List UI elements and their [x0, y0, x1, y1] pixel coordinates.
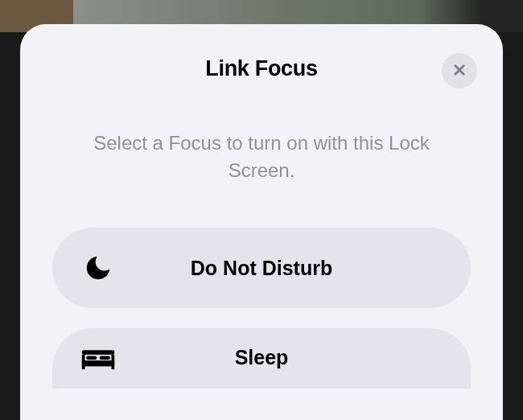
focus-option-label: Do Not Disturb — [116, 257, 443, 280]
svg-rect-7 — [100, 356, 110, 360]
sheet-header: Link Focus — [52, 56, 471, 81]
close-button[interactable] — [442, 53, 477, 89]
bed-icon — [80, 343, 116, 378]
svg-rect-6 — [86, 356, 97, 360]
link-focus-sheet: Link Focus Select a Focus to turn on wit… — [20, 24, 503, 420]
sheet-title: Link Focus — [205, 56, 318, 81]
moon-icon — [80, 250, 116, 286]
sheet-subtitle: Select a Focus to turn on with this Lock… — [52, 130, 471, 183]
focus-option-label: Sleep — [116, 343, 443, 369]
svg-rect-2 — [82, 350, 114, 355]
focus-option-sleep[interactable]: Sleep — [52, 328, 471, 389]
focus-option-do-not-disturb[interactable]: Do Not Disturb — [52, 228, 471, 308]
close-icon — [452, 63, 467, 80]
svg-rect-5 — [82, 360, 114, 366]
